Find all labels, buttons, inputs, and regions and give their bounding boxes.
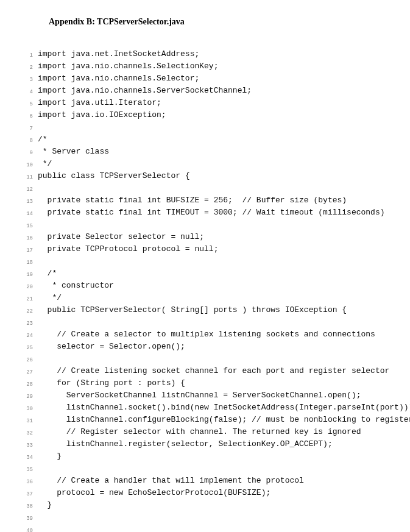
code-line: 28 for (String port : ports) { <box>18 378 392 390</box>
code-text: protocol = new EchoSelectorProtocol(BUFS… <box>38 488 392 498</box>
code-line: 31 listnChannel.configureBlocking(false)… <box>18 414 392 427</box>
code-line: 20 * constructor <box>18 280 392 293</box>
code-line: 17 private TCPProtocol protocol = null; <box>18 244 392 256</box>
code-text: private Selector selector = null; <box>38 232 392 242</box>
line-number: 19 <box>18 268 38 280</box>
line-number: 17 <box>18 244 38 256</box>
code-line: 29 ServerSocketChannel listnChannel = Se… <box>18 390 392 402</box>
code-text: listnChannel.socket().bind(new InetSocke… <box>38 402 410 413</box>
line-number: 8 <box>18 134 38 146</box>
line-number: 35 <box>18 463 38 475</box>
appendix-title: Appendix B: TCPServerSelector.java <box>49 17 392 27</box>
line-number: 33 <box>18 439 38 451</box>
code-line: 6import java.io.IOException; <box>18 110 392 122</box>
code-text: public class TCPServerSelector { <box>38 171 392 181</box>
code-text: selector = Selector.open(); <box>38 341 392 352</box>
line-number: 31 <box>18 414 38 427</box>
line-number: 24 <box>18 329 38 341</box>
code-text: import java.nio.channels.SelectionKey; <box>38 61 392 71</box>
code-text: /* <box>38 268 392 278</box>
line-number: 29 <box>18 390 38 402</box>
code-text: listnChannel.configureBlocking(false); /… <box>38 414 410 425</box>
code-line: 40 <box>18 524 392 532</box>
line-number: 36 <box>18 475 38 488</box>
code-text: import java.io.IOException; <box>38 110 392 120</box>
code-line: 32 // Register selector with channel. Th… <box>18 427 392 439</box>
code-text: import java.net.InetSocketAddress; <box>38 49 392 59</box>
code-text: import java.nio.channels.ServerSocketCha… <box>38 85 392 96</box>
line-number: 16 <box>18 232 38 244</box>
code-text: */ <box>38 158 392 169</box>
line-number: 39 <box>18 512 38 524</box>
line-number: 15 <box>18 219 38 232</box>
code-line: 15 <box>18 219 392 232</box>
code-line: 16 private Selector selector = null; <box>18 232 392 244</box>
code-line: 12 <box>18 183 392 195</box>
code-line: 35 <box>18 463 392 475</box>
code-line: 14 private static final int TIMEOUT = 30… <box>18 207 392 219</box>
code-line: 13 private static final int BUFSIZE = 25… <box>18 195 392 207</box>
code-line: 18 <box>18 256 392 268</box>
code-text: public TCPServerSelector( String[] ports… <box>38 305 392 315</box>
code-line: 1import java.net.InetSocketAddress; <box>18 49 392 61</box>
code-text: // Create a handler that will implement … <box>38 475 392 486</box>
code-line: 9 * Server class <box>18 146 392 158</box>
code-line: 8/* <box>18 134 392 146</box>
code-line: 5import java.util.Iterator; <box>18 98 392 110</box>
line-number: 30 <box>18 402 38 414</box>
line-number: 23 <box>18 317 38 329</box>
code-line: 21 */ <box>18 293 392 305</box>
code-line: 11public class TCPServerSelector { <box>18 171 392 183</box>
line-number: 9 <box>18 146 38 158</box>
code-line: 39 <box>18 512 392 524</box>
line-number: 26 <box>18 353 38 366</box>
code-text: // Create a selector to multiplex listen… <box>38 329 392 339</box>
line-number: 12 <box>18 183 38 195</box>
line-number: 37 <box>18 488 38 500</box>
code-text: ServerSocketChannel listnChannel = Serve… <box>38 390 392 400</box>
code-line: 22 public TCPServerSelector( String[] po… <box>18 305 392 317</box>
line-number: 27 <box>18 366 38 378</box>
code-line: 10 */ <box>18 158 392 171</box>
code-line: 27 // Create listening socket channel fo… <box>18 366 392 378</box>
code-line: 30 listnChannel.socket().bind(new InetSo… <box>18 402 392 414</box>
code-line: 25 selector = Selector.open(); <box>18 341 392 353</box>
code-text: // Create listening socket channel for e… <box>38 366 392 376</box>
code-text: } <box>38 500 392 510</box>
line-number: 14 <box>18 207 38 219</box>
line-number: 34 <box>18 451 38 463</box>
line-number: 22 <box>18 305 38 317</box>
code-line: 34 } <box>18 451 392 463</box>
code-line: 3import java.nio.channels.Selector; <box>18 73 392 85</box>
code-line: 7 <box>18 122 392 134</box>
code-text: * constructor <box>38 280 392 291</box>
line-number: 4 <box>18 85 38 98</box>
code-text: private static final int BUFSIZE = 256; … <box>38 195 392 205</box>
code-text: import java.util.Iterator; <box>38 98 392 108</box>
line-number: 38 <box>18 500 38 512</box>
line-number: 1 <box>18 49 38 61</box>
line-number: 6 <box>18 110 38 122</box>
code-line: 24 // Create a selector to multiplex lis… <box>18 329 392 341</box>
line-number: 2 <box>18 61 38 73</box>
code-text: // Register selector with channel. The r… <box>38 427 392 437</box>
code-text: * Server class <box>38 146 392 157</box>
code-line: 33 listnChannel.register(selector, Selec… <box>18 439 392 451</box>
code-line: 4import java.nio.channels.ServerSocketCh… <box>18 85 392 98</box>
code-text: /* <box>38 134 392 144</box>
line-number: 20 <box>18 280 38 293</box>
code-text: for (String port : ports) { <box>38 378 392 388</box>
line-number: 18 <box>18 256 38 268</box>
code-line: 36 // Create a handler that will impleme… <box>18 475 392 488</box>
code-text: */ <box>38 293 392 303</box>
code-text: import java.nio.channels.Selector; <box>38 73 392 83</box>
line-number: 40 <box>18 524 38 532</box>
code-line: 26 <box>18 353 392 366</box>
code-text: private static final int TIMEOUT = 3000;… <box>38 207 392 218</box>
code-line: 19 /* <box>18 268 392 280</box>
line-number: 10 <box>18 158 38 171</box>
code-line: 38 } <box>18 500 392 512</box>
line-number: 28 <box>18 378 38 390</box>
line-number: 21 <box>18 293 38 305</box>
code-text: } <box>38 451 392 461</box>
